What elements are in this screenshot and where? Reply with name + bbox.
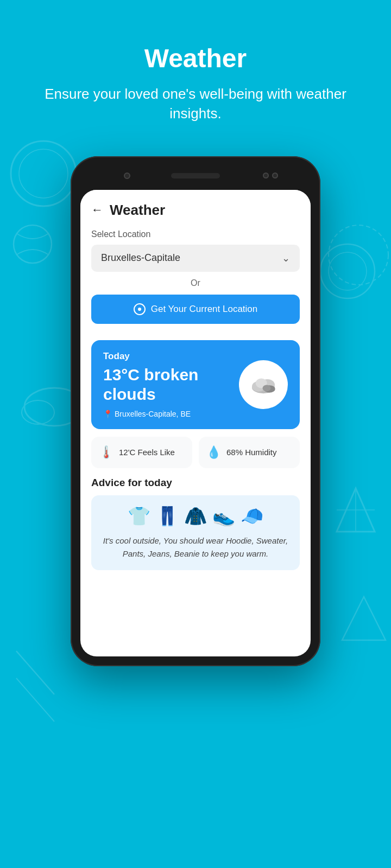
droplet-icon: 💧: [206, 445, 221, 459]
thermometer-icon: 🌡️: [99, 445, 113, 459]
weather-card: Today 13°C broken clouds 📍 Bruxelles-Cap…: [91, 340, 300, 429]
page-title: Weather: [33, 43, 358, 73]
weather-location: Bruxelles-Capitale, BE: [115, 410, 191, 418]
camera-dot-1: [263, 173, 269, 178]
map-pin-icon: 📍: [103, 410, 112, 418]
phone-top-bar: [80, 166, 311, 186]
broken-clouds-icon: [247, 373, 280, 397]
phone-mockup: ← Weather Select Location Bruxelles-Capi…: [0, 156, 391, 666]
weather-card-info: Today 13°C broken clouds 📍 Bruxelles-Cap…: [103, 351, 239, 418]
advice-card: 👕 👖 🧥 👟 🧢 It's cool outside, You should …: [91, 495, 300, 570]
humidity-text: 68% Humidity: [226, 448, 277, 457]
nav-bar: ← Weather: [80, 190, 311, 227]
chevron-down-icon: ⌄: [282, 252, 290, 264]
svg-point-19: [263, 385, 271, 391]
clothing-icons-row: 👕 👖 🧥 👟 🧢: [101, 505, 290, 527]
stats-row: 🌡️ 12'C Feels Like 💧 68% Humidity: [80, 437, 311, 468]
location-section: Select Location Bruxelles-Capitale ⌄ Or …: [80, 227, 311, 333]
front-camera-left: [124, 173, 130, 179]
phone-screen: ← Weather Select Location Bruxelles-Capi…: [80, 190, 311, 656]
app-content: ← Weather Select Location Bruxelles-Capi…: [80, 190, 311, 570]
advice-title: Advice for today: [91, 477, 300, 489]
jacket-icon: 🧥: [184, 505, 207, 527]
weather-location-row: 📍 Bruxelles-Capitale, BE: [103, 410, 239, 418]
current-location-button[interactable]: Get Your Current Location: [91, 295, 300, 324]
shirt-icon: 👕: [128, 505, 150, 527]
weather-icon-circle: [239, 360, 288, 409]
location-label: Select Location: [91, 229, 300, 239]
weather-day: Today: [103, 351, 239, 362]
advice-description: It's cool outside, You should wear Hoodi…: [101, 534, 290, 560]
or-divider: Or: [91, 272, 300, 295]
svg-line-12: [16, 678, 54, 722]
shoes-icon: 👟: [212, 505, 235, 527]
hat-icon: 🧢: [241, 505, 263, 527]
camera-dot-2: [272, 173, 278, 178]
location-crosshair-icon: [134, 303, 146, 315]
pants-icon: 👖: [156, 505, 179, 527]
current-location-label: Get Your Current Location: [151, 304, 258, 315]
header-section: Weather Ensure your loved one's well-bei…: [0, 0, 391, 145]
weather-temp-description: 13°C broken clouds: [103, 365, 239, 404]
nav-title: Weather: [110, 202, 165, 219]
back-button[interactable]: ←: [91, 203, 103, 217]
humidity-card: 💧 68% Humidity: [199, 437, 300, 468]
phone-speaker: [171, 173, 220, 178]
phone-outer-frame: ← Weather Select Location Bruxelles-Capi…: [71, 156, 320, 666]
page-subtitle: Ensure your loved one's well-being with …: [33, 84, 358, 124]
location-dropdown-value: Bruxelles-Capitale: [101, 252, 180, 264]
advice-section: Advice for today 👕 👖 🧥 👟 🧢 It's cool out…: [80, 477, 311, 570]
feels-like-text: 12'C Feels Like: [119, 448, 175, 457]
location-dropdown[interactable]: Bruxelles-Capitale ⌄: [91, 245, 300, 272]
feels-like-card: 🌡️ 12'C Feels Like: [91, 437, 192, 468]
front-cameras-right: [263, 173, 278, 178]
